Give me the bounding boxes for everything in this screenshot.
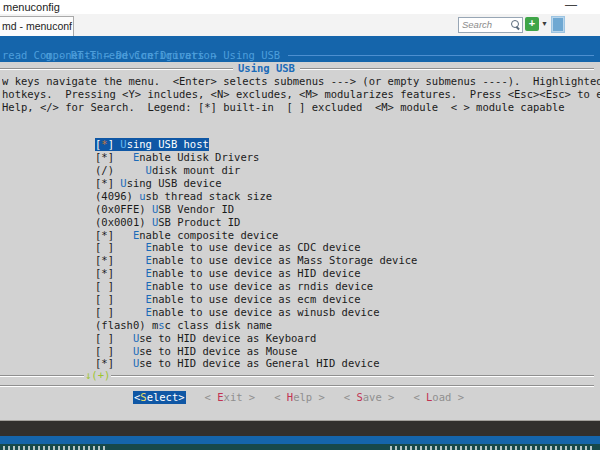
- menu-item[interactable]: (0x0001) USB Product ID: [95, 216, 417, 229]
- tui-button-help[interactable]: < Help >: [274, 391, 325, 404]
- menu-item[interactable]: [ ] Enable to use device as rndis device: [95, 280, 417, 293]
- terminal: g - RT-Thread Configuration read Compone…: [0, 36, 600, 420]
- instructions: w keys navigate the menu. <Enter> select…: [2, 75, 600, 114]
- menu-item[interactable]: [ ] Enable to use device as ecm device: [95, 293, 417, 306]
- menu-item[interactable]: [ ] Enable to use device as winusb devic…: [95, 306, 417, 319]
- status-bar: [0, 444, 600, 450]
- menu-item[interactable]: [ ] Enable to use device as CDC device: [95, 241, 417, 254]
- window-title: menuconfig: [3, 1, 60, 13]
- search-icon[interactable]: [511, 20, 519, 28]
- minimize-icon[interactable]: —: [560, 0, 582, 12]
- tui-button-exit[interactable]: < Exit >: [205, 391, 256, 404]
- scroll-more-indicator: ↓(+): [84, 369, 111, 382]
- app-window: menuconfig — md - menuconf Search + ▼ g …: [0, 0, 600, 450]
- menuconfig-header: g - RT-Thread Configuration read Compone…: [0, 36, 600, 62]
- menu-item[interactable]: [*] Enable to use device as Mass Storage…: [95, 254, 417, 267]
- menu-item[interactable]: [*] Use to HID device as General HID dev…: [95, 357, 417, 370]
- tui-button-select[interactable]: <Select>: [133, 391, 186, 404]
- instruction-line: w keys navigate the menu. <Enter> select…: [2, 75, 600, 88]
- breadcrumb-row: read Components → Device Drivers → Using…: [0, 49, 600, 62]
- menu-item-selected[interactable]: [*] Using USB host: [95, 138, 209, 151]
- menu-item[interactable]: [*] Enable Udisk Drivers: [95, 151, 417, 164]
- dialog-title: Using USB: [233, 62, 300, 75]
- breadcrumb-rule: [288, 55, 594, 56]
- menu-item[interactable]: [*] Enable composite device: [95, 229, 417, 242]
- console-icon[interactable]: [551, 16, 565, 33]
- tui-button-load[interactable]: < Load >: [413, 391, 464, 404]
- instruction-line: hotkeys. Pressing <Y> includes, <N> excl…: [2, 88, 600, 101]
- menu-item[interactable]: [*] Enable to use device as HID device: [95, 267, 417, 280]
- chevron-down-icon[interactable]: ▼: [541, 20, 548, 27]
- menu-list: [*] Using USB host[*] Enable Udisk Drive…: [95, 138, 417, 370]
- tui-button-save[interactable]: < Save >: [344, 391, 395, 404]
- status-text-right-clipped: [390, 446, 592, 450]
- tab-bar: md - menuconf Search + ▼: [0, 14, 600, 36]
- search-input[interactable]: Search: [458, 17, 523, 33]
- tab-cmd-menuconf[interactable]: md - menuconf: [0, 16, 74, 37]
- new-console-button[interactable]: +: [525, 17, 539, 31]
- instruction-line: Help, </> for Search. Legend: [*] built-…: [2, 101, 600, 114]
- console-padding: [0, 421, 600, 436]
- tab-label: md - menuconf: [2, 20, 72, 32]
- menu-item[interactable]: (flash0) msc class disk name: [95, 319, 417, 332]
- menu-item[interactable]: [ ] Use to HID device as Mouse: [95, 345, 417, 358]
- button-separator: [0, 385, 594, 387]
- menu-item[interactable]: (0x0FFE) USB Vendor ID: [95, 203, 417, 216]
- titlebar: menuconfig —: [0, 0, 600, 14]
- menu-item[interactable]: (/) Udisk mount dir: [95, 164, 417, 177]
- breadcrumb: read Components → Device Drivers → Using…: [2, 49, 280, 62]
- console-blue-strip: [0, 436, 600, 444]
- menu-item[interactable]: [*] Using USB device: [95, 177, 417, 190]
- button-row: <Select>< Exit >< Help >< Save >< Load >: [133, 391, 464, 404]
- menu-item[interactable]: (4096) usb thread stack size: [95, 190, 417, 203]
- search-placeholder: Search: [462, 19, 492, 30]
- menu-item[interactable]: [ ] Use to HID device as Keyboard: [95, 332, 417, 345]
- status-text-left-clipped: [3, 446, 108, 450]
